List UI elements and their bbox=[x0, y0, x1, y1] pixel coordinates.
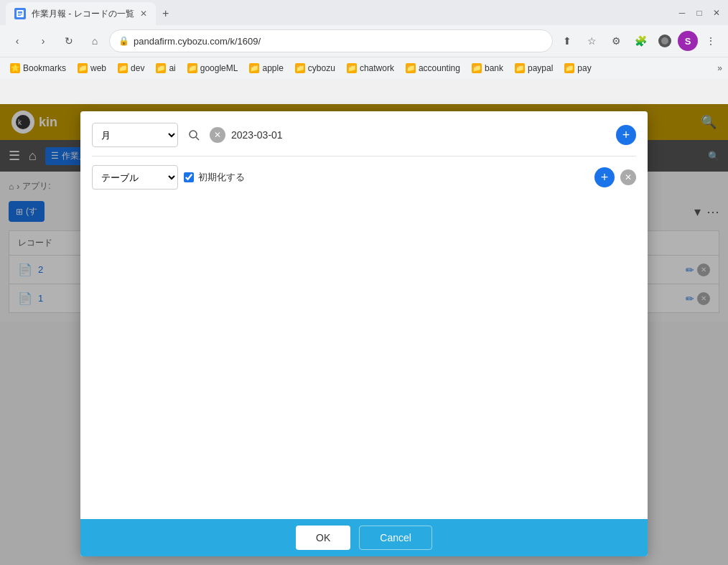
lock-icon: 🔒 bbox=[118, 36, 129, 46]
bookmark-icon: 📁 bbox=[78, 63, 88, 73]
bookmarks-more-button[interactable]: » bbox=[717, 63, 722, 73]
bookmark-icon: 📁 bbox=[295, 63, 305, 73]
modal-body: 月 日 週 年 ✕ + テーブル カレンダー グラフ bbox=[80, 111, 648, 519]
bookmark-icon: 📁 bbox=[406, 63, 416, 73]
new-tab-button[interactable]: + bbox=[156, 4, 176, 24]
svg-rect-3 bbox=[18, 15, 21, 16]
bookmark-bookmarks[interactable]: ⭐ Bookmarks bbox=[6, 62, 70, 75]
search-icon-btn[interactable] bbox=[184, 125, 204, 145]
filter-row-2: テーブル カレンダー グラフ 初期化する + ✕ bbox=[92, 165, 636, 190]
bookmark-ai[interactable]: 📁 ai bbox=[151, 62, 179, 75]
view-type-select[interactable]: テーブル カレンダー グラフ bbox=[92, 165, 178, 190]
title-bar: 作業月報 - レコードの一覧 ✕ + ─ □ ✕ bbox=[0, 0, 728, 25]
date-input[interactable] bbox=[231, 123, 610, 147]
bookmark-icon: 📁 bbox=[472, 63, 482, 73]
svg-point-8 bbox=[190, 131, 197, 138]
bookmark-label: ai bbox=[169, 63, 175, 73]
add-condition-button[interactable]: + bbox=[594, 167, 615, 187]
bookmark-label: googleML bbox=[200, 63, 238, 73]
filter-modal: 月 日 週 年 ✕ + テーブル カレンダー グラフ bbox=[80, 111, 648, 556]
bookmark-paypal[interactable]: 📁 paypal bbox=[510, 62, 557, 75]
bookmark-label: dev bbox=[131, 63, 144, 73]
bookmark-cybozu[interactable]: 📁 cybozu bbox=[291, 62, 340, 75]
back-button[interactable]: ‹ bbox=[6, 29, 29, 52]
bookmark-icon: ⭐ bbox=[10, 63, 20, 73]
extensions-button[interactable]: 🧩 bbox=[629, 29, 652, 52]
bookmark-label: cybozu bbox=[308, 63, 335, 73]
bookmark-label: pay bbox=[577, 63, 591, 73]
bookmark-chatwork[interactable]: 📁 chatwork bbox=[342, 62, 398, 75]
svg-line-9 bbox=[196, 137, 199, 140]
nav-actions: ⬆ ☆ ⚙ 🧩 S ⋮ bbox=[556, 29, 722, 52]
bookmarks-bar: ⭐ Bookmarks 📁 web 📁 dev 📁 ai 📁 googleML … bbox=[0, 57, 728, 78]
address-text: pandafirm.cybozu.com/k/1609/ bbox=[134, 36, 261, 47]
bookmark-googleml[interactable]: 📁 googleML bbox=[183, 62, 243, 75]
bookmark-label: chatwork bbox=[360, 63, 394, 73]
address-bar[interactable]: 🔒 pandafirm.cybozu.com/k/1609/ bbox=[109, 29, 553, 52]
bookmark-label: Bookmarks bbox=[23, 63, 66, 73]
bookmark-label: bank bbox=[485, 63, 503, 73]
forward-button[interactable]: › bbox=[32, 29, 55, 52]
nav-bar: ‹ › ↻ ⌂ 🔒 pandafirm.cybozu.com/k/1609/ ⬆… bbox=[0, 25, 728, 57]
bookmark-pay[interactable]: 📁 pay bbox=[560, 62, 595, 75]
bookmark-label: web bbox=[90, 63, 106, 73]
bookmark-button[interactable]: ☆ bbox=[580, 29, 603, 52]
bookmark-icon: 📁 bbox=[515, 63, 525, 73]
window-controls: ─ □ ✕ bbox=[676, 7, 722, 19]
settings-button[interactable]: ⚙ bbox=[605, 29, 627, 52]
tab-close-btn[interactable]: ✕ bbox=[140, 9, 147, 19]
bookmark-web[interactable]: 📁 web bbox=[73, 62, 111, 75]
tab-favicon bbox=[14, 8, 26, 19]
svg-rect-2 bbox=[18, 14, 22, 14]
bookmark-icon: 📁 bbox=[187, 63, 197, 73]
ok-button[interactable]: OK bbox=[296, 526, 350, 550]
init-checkbox-label[interactable]: 初期化する bbox=[184, 171, 245, 184]
bookmark-apple[interactable]: 📁 apple bbox=[245, 62, 287, 75]
refresh-button[interactable]: ↻ bbox=[57, 29, 80, 52]
add-filter-button[interactable]: + bbox=[616, 125, 636, 145]
bookmark-accounting[interactable]: 📁 accounting bbox=[401, 62, 465, 75]
minimize-button[interactable]: ─ bbox=[676, 7, 688, 19]
bookmark-dev[interactable]: 📁 dev bbox=[113, 62, 149, 75]
svg-rect-5 bbox=[661, 37, 668, 45]
browser-tab[interactable]: 作業月報 - レコードの一覧 ✕ bbox=[6, 2, 156, 25]
remove-condition-button[interactable]: ✕ bbox=[620, 169, 636, 185]
filter-row-1: 月 日 週 年 ✕ + bbox=[92, 123, 636, 157]
bookmark-icon: 📁 bbox=[118, 63, 128, 73]
profile-button[interactable]: S bbox=[678, 31, 698, 51]
bookmark-icon: 📁 bbox=[564, 63, 574, 73]
init-label-text: 初期化する bbox=[198, 171, 245, 184]
bookmark-icon: 📁 bbox=[347, 63, 357, 73]
bookmark-icon: 📁 bbox=[156, 63, 166, 73]
home-button[interactable]: ⌂ bbox=[83, 29, 106, 52]
close-button[interactable]: ✕ bbox=[711, 7, 722, 19]
profile-icon[interactable] bbox=[653, 29, 676, 52]
cancel-button[interactable]: Cancel bbox=[359, 526, 432, 550]
bookmark-icon: 📁 bbox=[249, 63, 259, 73]
modal-content-area bbox=[92, 198, 636, 508]
bookmark-label: apple bbox=[262, 63, 283, 73]
init-checkbox[interactable] bbox=[184, 172, 194, 182]
modal-overlay: 月 日 週 年 ✕ + テーブル カレンダー グラフ bbox=[0, 104, 728, 565]
bookmark-bank[interactable]: 📁 bank bbox=[467, 62, 508, 75]
tab-title: 作業月報 - レコードの一覧 bbox=[32, 8, 134, 20]
clear-date-button[interactable]: ✕ bbox=[210, 127, 225, 143]
maximize-button[interactable]: □ bbox=[694, 7, 705, 19]
menu-button[interactable]: ⋮ bbox=[699, 29, 722, 52]
bookmark-label: accounting bbox=[419, 63, 460, 73]
modal-footer: OK Cancel bbox=[80, 519, 648, 556]
svg-rect-1 bbox=[18, 11, 22, 13]
filter-type-select[interactable]: 月 日 週 年 bbox=[92, 123, 178, 147]
bookmark-label: paypal bbox=[528, 63, 553, 73]
share-button[interactable]: ⬆ bbox=[556, 29, 579, 52]
